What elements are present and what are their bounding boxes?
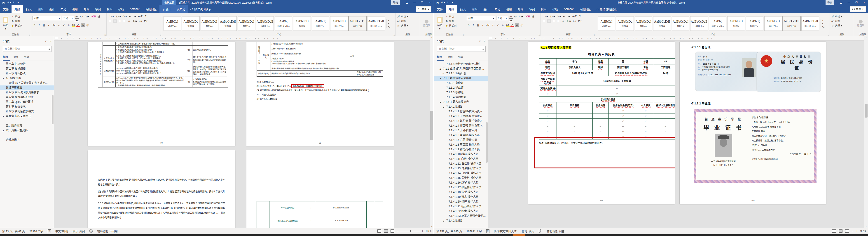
- nav-heading-item[interactable]: 7.1.4.1.18 张望-操作人员: [434, 190, 488, 195]
- styles-dialog-launcher-icon[interactable]: ⇲: [828, 34, 829, 36]
- tab-selector-icon[interactable]: ⌐: [489, 37, 492, 40]
- nav-menu-icon[interactable]: ∨: [479, 40, 481, 43]
- undo-icon[interactable]: ↺ ▾: [441, 1, 445, 4]
- tab-references[interactable]: 引用: [503, 5, 515, 13]
- tab-mailings[interactable]: 邮件: [81, 5, 92, 13]
- tab-insert[interactable]: 插入: [457, 5, 469, 13]
- nav-heading-item[interactable]: 7.1.3.4 劳动合同: [434, 95, 488, 100]
- nav-tab-headings[interactable]: 标题: [437, 54, 444, 61]
- style-chip[interactable]: AaBbCcDdIfont11: [200, 16, 218, 31]
- expand-triangle-icon[interactable]: ◢: [2, 76, 4, 81]
- nav-heading-item[interactable]: ◢7.1.4.2 队伍2: [434, 218, 488, 223]
- cut-button[interactable]: ✂剪切: [445, 15, 457, 18]
- accessibility-status[interactable]: 辅助功能: 调查: [547, 229, 564, 233]
- align-center-icon[interactable]: ☰: [113, 20, 117, 23]
- style-chip[interactable]: AaBbCcDdI表内正文: [349, 16, 366, 31]
- find-button[interactable]: 🔎查找 ▾: [831, 15, 842, 18]
- nav-heading-item[interactable]: 7.1.4.1.12 白仁仲-操作人员: [434, 161, 488, 166]
- tab-help[interactable]: 帮助: [549, 5, 561, 13]
- nav-tab-pages[interactable]: 页面: [447, 54, 455, 61]
- style-chip[interactable]: AaBbCcD表内列...: [764, 16, 782, 31]
- expand-triangle-icon[interactable]: ◢: [443, 218, 444, 223]
- superscript-button[interactable]: x²: [496, 24, 500, 27]
- style-chip[interactable]: AaBbCcD表内列...: [330, 16, 348, 31]
- tab-review[interactable]: 审阅: [92, 5, 104, 13]
- italic-button[interactable]: I: [471, 24, 475, 27]
- distribute-icon[interactable]: ⇹: [127, 20, 131, 23]
- share-button[interactable]: 共享 ▾: [416, 6, 431, 12]
- signin-button[interactable]: 登录: [826, 0, 834, 5]
- increase-indent-icon[interactable]: ⇥: [567, 15, 571, 18]
- tab-design[interactable]: 设计: [480, 5, 492, 13]
- style-chip[interactable]: AaBbCcDdfont01: [616, 16, 634, 31]
- subscript-button[interactable]: x₂: [57, 24, 61, 27]
- page-259[interactable]: ·7.1.3.1 身份证 姓 名李 飞 性 别男 民 族汉 出 生1981 年 …: [680, 41, 826, 204]
- web-layout-icon[interactable]: [391, 230, 394, 233]
- nav-heading-item[interactable]: 7.1.4.1.7 冯磊-操作人员: [434, 138, 488, 142]
- nav-heading-item[interactable]: 7.1.4.1.14 白贺峰-操作人员: [434, 171, 488, 176]
- expand-triangle-icon[interactable]: ▷: [443, 71, 444, 76]
- nav-heading-item[interactable]: 7.1.4.1.5 于刚-操作人员: [434, 128, 488, 133]
- paste-button[interactable]: 粘贴▾: [436, 14, 444, 33]
- clipboard-dialog-launcher-icon[interactable]: ⇲: [463, 34, 464, 36]
- addins-button[interactable]: 加载项: [856, 14, 866, 33]
- nav-heading-item[interactable]: ◢六、资格审查资料: [0, 128, 54, 133]
- nav-tab-headings[interactable]: 标题: [3, 54, 10, 61]
- expand-triangle-icon[interactable]: ◢: [2, 114, 4, 119]
- collapse-ribbon-icon[interactable]: ∧: [865, 33, 867, 35]
- tab-baidu-netdisk[interactable]: 百度网盘: [577, 5, 594, 13]
- replace-button[interactable]: ab替换: [831, 19, 842, 23]
- tab-draw[interactable]: 绘图: [469, 5, 480, 13]
- nav-scrollbar[interactable]: [486, 122, 488, 163]
- nav-heading-item[interactable]: 7.1.4.1.8 董正宏-操作人员: [434, 142, 488, 147]
- tab-file[interactable]: 文件: [0, 5, 11, 13]
- tab-references[interactable]: 引用: [69, 5, 81, 13]
- align-left-icon[interactable]: ☰: [542, 20, 546, 23]
- share-button[interactable]: 共享 ▾: [850, 6, 866, 12]
- save-icon[interactable]: ▣: [2, 1, 4, 4]
- nav-heading-item[interactable]: 第五章 技术指标和要求: [0, 95, 54, 100]
- page-39[interactable]: 报价部分(40分) 报价(40分) 只有通过初步评审的投标报价为有效报价; 投标…: [246, 42, 394, 146]
- nav-heading-item[interactable]: ◢7.1.4.1 队伍1: [434, 105, 488, 109]
- nav-tab-pages[interactable]: 页面: [13, 54, 21, 61]
- style-chip[interactable]: AaBbCcIChar C...: [163, 16, 181, 31]
- style-gallery-more-icon[interactable]: ▼̲: [822, 25, 824, 28]
- page-40[interactable]: (2)队伍主要人员构成:每支队伍要求操作人员10名,2支队伍共计20名(要求提供…: [88, 150, 235, 228]
- nav-scrollbar[interactable]: [52, 95, 54, 124]
- nav-heading-item[interactable]: 7.1.3.1 身份证: [434, 81, 488, 85]
- style-chip[interactable]: AaBbCcDdIfont11: [635, 16, 652, 31]
- close-icon[interactable]: ✕: [426, 1, 434, 4]
- copy-button[interactable]: ⧉复制: [445, 19, 457, 23]
- highlight-color-button[interactable]: ab: [506, 23, 509, 27]
- word-count[interactable]: 167831 个字: [466, 229, 482, 233]
- tab-acrobat[interactable]: Acrobat: [127, 5, 142, 13]
- nav-heading-item[interactable]: ▷7.1.2.1 业绩汇总: [434, 71, 488, 76]
- page-258[interactable]: ·7.1.3 项目负责人简历表 项目负责人简历表 姓名 李飞 性别 男 年龄 4…: [528, 41, 675, 204]
- show-marks-icon[interactable]: ¶: [578, 15, 582, 18]
- select-button[interactable]: ▷选择 ▾: [397, 24, 408, 27]
- tab-layout[interactable]: 布局: [492, 5, 503, 13]
- nav-heading-item[interactable]: 7.1.4.1.4 郝正强-安全负责人: [434, 123, 488, 128]
- style-chip[interactable]: AaBbCcDdI表内正文: [783, 16, 801, 31]
- nav-heading-item[interactable]: 7.1.4.1.19 张杰-操作人员: [434, 195, 488, 199]
- print-layout-icon[interactable]: [839, 230, 842, 233]
- style-chip[interactable]: AaBbCcDdfont01: [182, 16, 200, 31]
- save-icon[interactable]: ▣: [436, 1, 439, 4]
- nav-heading-item[interactable]: 7.1.4.1.22 阎春-操作人员: [434, 209, 488, 214]
- grow-font-icon[interactable]: A˄: [75, 15, 79, 18]
- char-border-icon[interactable]: A: [509, 18, 513, 22]
- nav-heading-item[interactable]: 合规承诺书: [0, 138, 54, 142]
- nav-heading-item[interactable]: 第一章 招标公告: [0, 62, 54, 66]
- tab-selector-icon[interactable]: ⌐: [55, 37, 58, 40]
- style-chip[interactable]: AaBbCcDdETable T...: [690, 16, 708, 31]
- style-chip[interactable]: AaBbCcDdIfont41: [238, 16, 255, 31]
- shrink-font-icon[interactable]: A˅: [80, 15, 84, 18]
- clear-format-icon[interactable]: A⌫: [90, 15, 96, 18]
- tab-home[interactable]: 开始: [446, 5, 457, 13]
- spellcheck-icon[interactable]: ✕: [48, 230, 51, 233]
- minimize-icon[interactable]: —: [411, 1, 418, 4]
- nav-menu-icon[interactable]: ∨: [45, 40, 47, 43]
- font-name-combo[interactable]: 宋体▾: [33, 16, 61, 20]
- format-painter-button[interactable]: ◆格式刷: [11, 24, 22, 27]
- style-gallery-down-icon[interactable]: ▼: [822, 22, 824, 25]
